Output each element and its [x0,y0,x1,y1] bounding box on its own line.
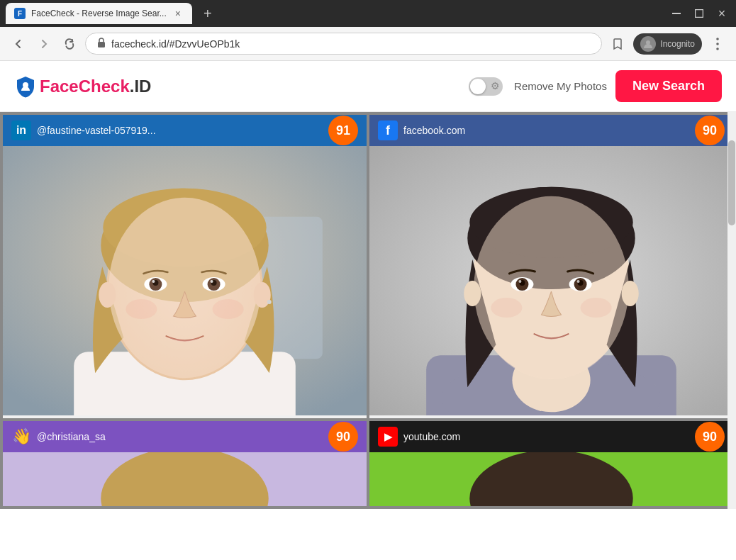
svg-point-23 [211,280,213,283]
svg-point-6 [716,47,719,50]
svg-point-36 [474,196,628,380]
new-tab-button[interactable]: + [198,4,218,23]
result-card-instagram[interactable]: 👋 @christiana_sa 90 [3,421,367,506]
facebook-icon: f [378,121,398,140]
score-badge-linkedin: 91 [328,116,358,145]
logo-check: Check [79,77,130,96]
site-header: FaceCheck.ID ⚙ Remove My Photos New Sear… [0,61,736,112]
svg-point-28 [213,299,244,319]
more-options-button[interactable] [708,34,727,54]
maximize-button[interactable] [691,5,708,22]
instagram-icon: 👋 [11,427,31,447]
face-image-facebook [369,146,733,415]
toggle-switch[interactable]: ⚙ [469,77,503,96]
face-image-instagram-partial [3,452,367,506]
linkedin-icon: in [11,121,31,140]
svg-point-46 [622,281,639,306]
card-header-facebook: f facebook.com 90 [369,115,733,146]
score-badge-youtube: 90 [695,422,725,452]
logo-face: Face [40,77,79,96]
scrollbar-thumb [728,140,735,225]
svg-rect-1 [696,10,703,18]
result-card-linkedin[interactable]: in @faustine-vastel-057919... 91 [3,115,367,418]
svg-point-47 [491,298,522,318]
lock-icon [97,38,106,50]
svg-point-48 [581,298,612,318]
url-text: facecheck.id/#DzvvUeOPb1k [111,38,240,50]
card-header-linkedin: in @faustine-vastel-057919... 91 [3,115,367,146]
forward-button[interactable] [34,34,54,54]
incognito-label: Incognito [660,39,695,49]
svg-point-15 [108,198,260,378]
site-logo[interactable]: FaceCheck.ID [14,75,151,98]
svg-point-27 [126,299,157,319]
window-controls: × [668,5,730,22]
svg-rect-2 [98,42,105,47]
svg-point-4 [716,38,719,40]
browser-tab[interactable]: F FaceCheck - Reverse Image Sear... × [6,3,192,24]
browser-chrome: F FaceCheck - Reverse Image Sear... × + … [0,0,736,61]
card-source-instagram: @christiana_sa [37,431,358,442]
url-bar[interactable]: facecheck.id/#DzvvUeOPb1k [85,33,602,55]
svg-point-40 [518,280,521,283]
card-source-youtube: youtube.com [403,431,725,442]
tab-favicon: F [14,8,26,19]
bookmark-button[interactable] [608,34,628,54]
card-header-youtube: ▶ youtube.com 90 [369,421,733,452]
svg-point-26 [267,300,272,304]
scrollbar[interactable] [727,112,736,509]
incognito-icon [640,36,656,52]
youtube-icon: ▶ [378,427,398,447]
result-card-youtube[interactable]: ▶ youtube.com 90 [369,421,733,506]
score-badge-instagram: 90 [328,422,358,452]
card-source-linkedin: @faustine-vastel-057919... [37,125,358,136]
back-button[interactable] [9,34,28,54]
svg-point-5 [716,43,719,45]
face-image-linkedin [3,146,367,415]
toggle-thumb [470,79,486,94]
svg-point-45 [464,281,481,306]
new-search-button[interactable]: New Search [615,70,722,102]
svg-point-25 [254,282,271,308]
tab-close-icon[interactable]: × [172,8,184,19]
refresh-button[interactable] [60,34,79,54]
remove-photos-button[interactable]: Remove My Photos [514,80,607,92]
title-bar: F FaceCheck - Reverse Image Sear... × + … [0,0,736,27]
toggle-container: ⚙ [469,77,503,96]
score-badge-facebook: 90 [695,116,725,145]
svg-point-24 [99,282,116,308]
card-source-facebook: facebook.com [403,125,725,136]
logo-id: ID [134,77,151,96]
close-window-button[interactable]: × [713,5,730,22]
svg-rect-0 [672,13,681,14]
svg-point-19 [152,280,155,283]
incognito-button[interactable]: Incognito [633,33,702,55]
results-grid: in @faustine-vastel-057919... 91 [0,112,736,509]
tab-title: FaceCheck - Reverse Image Sear... [31,9,167,18]
page-content: FaceCheck.ID ⚙ Remove My Photos New Sear… [0,61,736,534]
gear-icon: ⚙ [491,80,500,91]
result-card-facebook[interactable]: f facebook.com 90 [369,115,733,418]
card-header-instagram: 👋 @christiana_sa 90 [3,421,367,452]
shield-icon [14,75,37,98]
minimize-button[interactable] [668,5,685,22]
address-bar: facecheck.id/#DzvvUeOPb1k Incognito [0,27,736,61]
face-image-youtube-partial [369,452,733,506]
svg-point-44 [577,280,580,283]
